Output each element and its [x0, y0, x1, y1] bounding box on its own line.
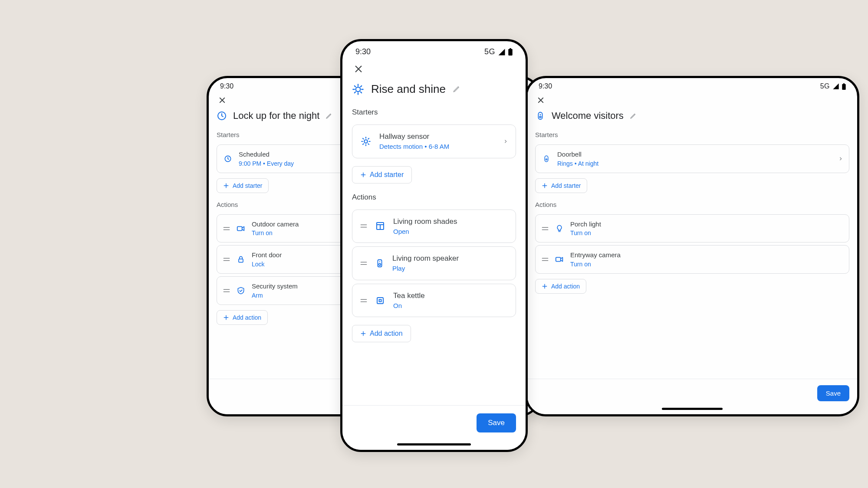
clock-icon — [223, 154, 233, 164]
motion-sensor-icon — [360, 136, 372, 147]
action-row[interactable]: Tea kettleOn — [352, 284, 516, 318]
drag-handle-icon[interactable] — [360, 261, 367, 266]
action-row[interactable]: Living room speakerPlay — [352, 246, 516, 280]
save-button[interactable]: Save — [817, 385, 849, 401]
close-icon[interactable] — [537, 96, 848, 104]
starter-sub: Rings • At night — [557, 160, 832, 167]
routine-header: Rise and shine — [342, 77, 526, 100]
actions-heading: Actions — [342, 185, 526, 206]
svg-point-10 — [539, 116, 541, 118]
phone-welcome-visitors: 9:30 5G Welcome visitors Starters Doorbe… — [525, 76, 859, 416]
starter-name: Hallway sensor — [379, 132, 496, 141]
drag-handle-icon[interactable] — [223, 257, 230, 262]
edit-icon[interactable] — [630, 113, 636, 119]
svg-rect-7 — [842, 84, 845, 89]
lock-icon — [236, 255, 246, 264]
routine-title: Rise and shine — [371, 82, 446, 96]
action-sub: On — [393, 301, 508, 310]
action-sub: Open — [393, 227, 508, 236]
routine-header: Welcome visitors — [527, 107, 857, 125]
add-starter-button[interactable]: Add starter — [352, 166, 412, 183]
drag-handle-icon[interactable] — [542, 226, 549, 231]
add-action-button[interactable]: Add action — [352, 325, 411, 342]
action-sub: Play — [392, 264, 508, 273]
drag-handle-icon[interactable] — [542, 257, 549, 262]
chevron-right-icon — [838, 156, 843, 162]
add-action-button[interactable]: Add action — [535, 279, 586, 294]
action-sub: Turn on — [570, 229, 843, 237]
shield-icon — [236, 286, 246, 295]
add-starter-button[interactable]: Add starter — [535, 178, 587, 193]
network-label: 5G — [820, 82, 830, 90]
clock-icon — [217, 111, 227, 121]
edit-icon[interactable] — [453, 85, 460, 93]
network-label: 5G — [484, 47, 495, 56]
phone-rise-and-shine: 9:30 5G Rise and shine Starters Hallway … — [340, 39, 528, 452]
action-name: Living room shades — [393, 217, 508, 226]
svg-rect-4 — [237, 226, 242, 230]
starter-name: Doorbell — [557, 150, 832, 159]
svg-point-16 — [356, 87, 361, 92]
status-indicators: 5G — [484, 47, 513, 56]
svg-rect-6 — [843, 83, 845, 84]
drag-handle-icon[interactable] — [223, 288, 230, 293]
save-button[interactable]: Save — [477, 413, 516, 432]
drag-handle-icon[interactable] — [360, 298, 367, 303]
home-indicator — [397, 443, 471, 445]
edit-icon[interactable] — [326, 113, 332, 119]
sun-sensor-icon — [352, 83, 364, 95]
status-time: 9:30 — [355, 47, 371, 56]
add-starter-label: Add starter — [551, 182, 581, 189]
add-action-button[interactable]: Add action — [217, 310, 268, 325]
routine-title: Lock up for the night — [233, 110, 319, 121]
actions-heading: Actions — [527, 195, 857, 212]
svg-point-12 — [546, 159, 547, 160]
kettle-plug-icon — [375, 295, 385, 306]
close-icon[interactable] — [354, 64, 514, 74]
svg-point-20 — [379, 261, 380, 262]
starters-heading: Starters — [527, 125, 857, 142]
svg-rect-5 — [239, 259, 243, 262]
battery-icon — [508, 48, 513, 56]
action-sub: Turn on — [570, 260, 843, 268]
home-indicator — [662, 408, 723, 410]
drag-handle-icon[interactable] — [223, 226, 230, 231]
add-action-label: Add action — [551, 283, 580, 290]
starter-row[interactable]: DoorbellRings • At night — [535, 144, 849, 173]
action-row[interactable]: Porch lightTurn on — [535, 214, 849, 243]
add-starter-label: Add starter — [370, 171, 404, 179]
routine-title: Welcome visitors — [552, 110, 624, 121]
drag-handle-icon[interactable] — [360, 223, 367, 229]
add-action-label: Add action — [370, 330, 403, 337]
svg-rect-14 — [510, 48, 511, 49]
svg-point-21 — [379, 263, 381, 265]
doorbell-icon — [542, 154, 551, 164]
starter-sub: Detects motion • 6-8 AM — [379, 142, 496, 151]
action-name: Tea kettle — [393, 291, 508, 301]
add-starter-label: Add starter — [233, 182, 262, 189]
chevron-right-icon — [503, 138, 508, 144]
svg-rect-15 — [508, 49, 512, 56]
action-name: Porch light — [570, 220, 843, 229]
svg-rect-22 — [377, 298, 383, 304]
starter-row[interactable]: Hallway sensorDetects motion • 6-8 AM — [352, 124, 516, 158]
action-row[interactable]: Entryway cameraTurn on — [535, 245, 849, 274]
svg-rect-23 — [379, 299, 381, 301]
camera-icon — [555, 255, 564, 264]
add-action-label: Add action — [233, 314, 261, 321]
svg-point-17 — [364, 140, 368, 143]
action-name: Living room speaker — [392, 254, 508, 263]
add-starter-button[interactable]: Add starter — [217, 178, 269, 193]
bulb-icon — [555, 224, 564, 233]
status-bar: 9:30 5G — [342, 41, 526, 56]
action-name: Entryway camera — [570, 251, 843, 259]
signal-icon — [832, 83, 839, 90]
doorbell-icon — [535, 111, 546, 121]
status-time: 9:30 — [220, 82, 233, 90]
starters-heading: Starters — [342, 100, 526, 121]
status-bar: 9:30 5G — [527, 78, 857, 90]
action-row[interactable]: Living room shadesOpen — [352, 210, 516, 243]
camera-icon — [236, 224, 246, 233]
svg-rect-13 — [556, 258, 561, 262]
status-time: 9:30 — [539, 82, 552, 90]
